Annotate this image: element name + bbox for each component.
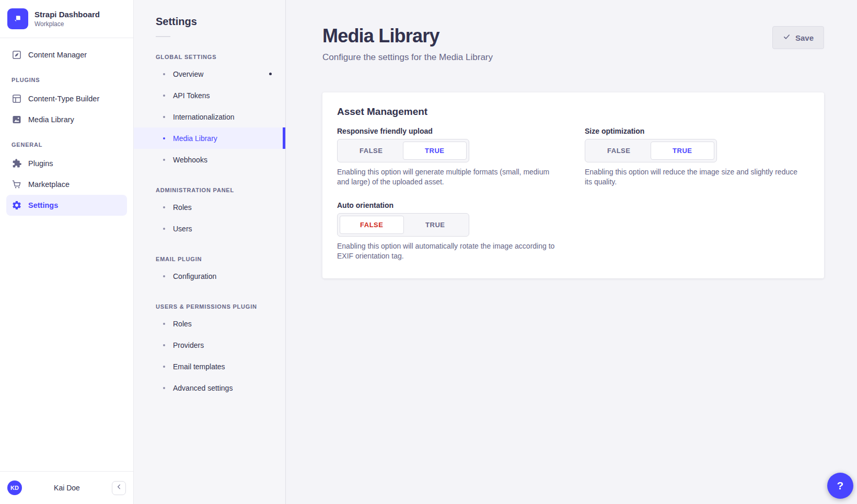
page-header-text: Media Library Configure the settings for…: [322, 25, 493, 63]
field-label: Responsive friendly upload: [337, 127, 562, 135]
primary-nav: Content Manager PLUGINS Content-Type Bui…: [0, 38, 133, 216]
subnav-item-label: Roles: [173, 203, 192, 212]
card-heading: Asset Management: [337, 106, 809, 118]
sidebar-item-media-library[interactable]: Media Library: [6, 109, 127, 130]
subnav-item-providers[interactable]: Providers: [134, 334, 285, 356]
sidebar-item-label: Plugins: [28, 159, 53, 168]
subnav-item-label: Users: [173, 225, 192, 233]
sidebar-item-content-type-builder[interactable]: Content-Type Builder: [6, 88, 127, 109]
avatar-initials: KD: [10, 485, 19, 491]
subnav-item-label: Overview: [173, 70, 203, 78]
bullet-icon: [163, 159, 165, 161]
subnav-section-email-plugin: EMAIL PLUGIN: [156, 256, 273, 262]
subnav-item-label: Email templates: [173, 362, 225, 371]
image-icon: [11, 114, 22, 125]
field-description: Enabling this option will automatically …: [337, 241, 559, 261]
subnav-section-administration-panel: ADMINISTRATION PANEL: [156, 187, 273, 193]
main-content: Media Library Configure the settings for…: [286, 0, 857, 504]
bullet-icon: [163, 228, 165, 230]
edit-icon: [11, 50, 22, 60]
bullet-icon: [163, 95, 165, 97]
sidebar-item-plugins[interactable]: Plugins: [6, 153, 127, 174]
sidebar-item-label: Content-Type Builder: [28, 95, 99, 103]
bullet-icon: [163, 275, 165, 277]
field-label: Size optimization: [585, 127, 809, 135]
sidebar-item-content-manager[interactable]: Content Manager: [6, 44, 127, 65]
sidebar-item-settings[interactable]: Settings: [6, 195, 127, 216]
subnav-item-overview[interactable]: Overview: [134, 63, 285, 85]
subnav-item-advanced-settings[interactable]: Advanced settings: [134, 377, 285, 398]
subnav-section-users-permissions-plugin: USERS & PERMISSIONS PLUGIN: [156, 303, 273, 310]
toggle-option-false[interactable]: FALSE: [340, 216, 404, 234]
sidebar-item-label: Settings: [28, 201, 58, 209]
settings-subnav: Settings GLOBAL SETTINGS Overview API To…: [134, 0, 286, 504]
bullet-icon: [163, 206, 165, 208]
subnav-item-label: Roles: [173, 320, 192, 328]
gear-icon: [11, 200, 22, 210]
subnav-item-webhooks[interactable]: Webhooks: [134, 149, 285, 170]
subnav-item-label: Advanced settings: [173, 384, 233, 392]
subnav-item-label: Internationalization: [173, 113, 235, 121]
notification-dot: [269, 73, 272, 75]
save-button-label: Save: [795, 33, 814, 42]
subnav-item-email-templates[interactable]: Email templates: [134, 356, 285, 377]
responsive-friendly-upload-toggle: FALSE TRUE: [337, 139, 469, 162]
field-responsive-friendly-upload: Responsive friendly upload FALSE TRUE En…: [337, 127, 562, 186]
toggle-option-false[interactable]: FALSE: [340, 142, 403, 160]
toggle-option-true[interactable]: TRUE: [651, 142, 715, 160]
subnav-item-email-configuration[interactable]: Configuration: [134, 265, 285, 287]
subnav-item-admin-roles[interactable]: Roles: [134, 196, 285, 218]
size-optimization-toggle: FALSE TRUE: [585, 139, 717, 162]
collapse-sidebar-button[interactable]: [112, 481, 126, 495]
subnav-title: Settings: [156, 16, 273, 28]
bullet-icon: [163, 323, 165, 325]
field-label: Auto orientation: [337, 201, 562, 209]
bullet-icon: [163, 387, 165, 389]
auto-orientation-toggle: FALSE TRUE: [337, 213, 469, 237]
subnav-item-api-tokens[interactable]: API Tokens: [134, 85, 285, 106]
subnav-item-up-roles[interactable]: Roles: [134, 313, 285, 334]
layout-icon: [11, 93, 22, 104]
toggle-option-true[interactable]: TRUE: [404, 216, 467, 234]
section-label-plugins: PLUGINS: [11, 77, 122, 83]
asset-management-card: Asset Management Responsive friendly upl…: [322, 92, 824, 278]
bullet-icon: [163, 73, 165, 75]
field-size-optimization: Size optimization FALSE TRUE Enabling th…: [585, 127, 809, 186]
page-subtitle: Configure the settings for the Media Lib…: [322, 52, 493, 63]
bullet-icon: [163, 344, 165, 346]
cart-icon: [11, 179, 22, 190]
chevron-left-icon: [115, 483, 123, 493]
sidebar-item-marketplace[interactable]: Marketplace: [6, 174, 127, 195]
question-icon: ?: [837, 479, 844, 492]
sidebar-item-label: Marketplace: [28, 180, 70, 189]
field-auto-orientation: Auto orientation FALSE TRUE Enabling thi…: [337, 201, 562, 261]
sidebar-footer: KD Kai Doe: [0, 471, 133, 504]
avatar[interactable]: KD: [7, 480, 22, 495]
workspace-switcher[interactable]: Strapi Dashboard Workplace: [0, 0, 133, 38]
bullet-icon: [163, 116, 165, 118]
puzzle-icon: [11, 158, 22, 169]
subnav-item-media-library[interactable]: Media Library: [134, 127, 285, 149]
save-button[interactable]: Save: [772, 26, 824, 49]
subnav-item-label: Media Library: [173, 134, 217, 143]
strapi-logo: [7, 8, 28, 29]
primary-sidebar: Strapi Dashboard Workplace Content Manag…: [0, 0, 134, 504]
toggle-option-false[interactable]: FALSE: [587, 142, 651, 160]
subnav-item-admin-users[interactable]: Users: [134, 218, 285, 239]
brand-text: Strapi Dashboard Workplace: [34, 10, 100, 28]
sidebar-item-label: Media Library: [28, 115, 74, 124]
subnav-title-divider: [156, 36, 170, 37]
field-description: Enabling this option will reduce the ima…: [585, 167, 806, 186]
user-name: Kai Doe: [22, 484, 112, 492]
subnav-section-global-settings: GLOBAL SETTINGS: [156, 54, 273, 60]
toggle-option-true[interactable]: TRUE: [403, 142, 467, 160]
subnav-item-label: API Tokens: [173, 91, 210, 100]
sidebar-item-label: Content Manager: [28, 51, 87, 59]
help-button[interactable]: ?: [827, 473, 853, 499]
strapi-logo-glyph: [12, 13, 24, 25]
page-title: Media Library: [322, 25, 493, 47]
check-icon: [783, 33, 791, 42]
section-label-general: GENERAL: [11, 142, 122, 148]
subnav-item-internationalization[interactable]: Internationalization: [134, 106, 285, 127]
field-description: Enabling this option will generate multi…: [337, 167, 559, 186]
